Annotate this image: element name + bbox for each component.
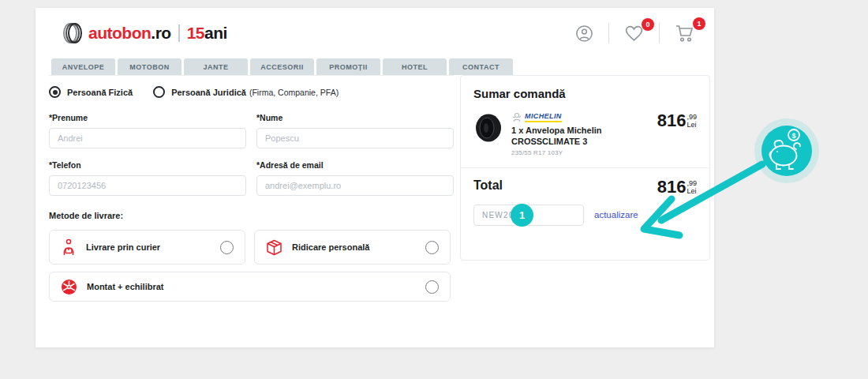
- svg-text:$: $: [791, 132, 795, 140]
- form-fields-grid: *Prenume *Nume *Telefon *Adresă de email: [49, 113, 454, 196]
- price-currency: Lei: [687, 187, 697, 195]
- field-label: *Adresă de email: [256, 160, 454, 170]
- header-divider: [659, 23, 660, 43]
- price-decimals: ,99: [687, 113, 697, 121]
- header-divider: [608, 23, 609, 43]
- main-nav: ANVELOPE MOTOBON JANTE ACCESORII PROMOȚI…: [51, 58, 714, 75]
- item-title-line2: CROSSCLIMATE 3: [511, 136, 657, 147]
- nume-input[interactable]: [256, 128, 454, 148]
- field-telefon: *Telefon: [49, 160, 246, 196]
- field-label: *Telefon: [49, 160, 246, 170]
- person-type-row: Persoană Fizică Persoană Juridică (Firma…: [49, 86, 454, 98]
- radio-label: Persoană Juridică: [171, 88, 246, 97]
- delivery-radio[interactable]: [425, 241, 439, 254]
- delivery-option-label: Ridicare personală: [292, 242, 369, 252]
- radio-hint: (Firma, Companie, PFA): [249, 88, 339, 97]
- brand-name-michelin: MICHELIN: [525, 112, 562, 122]
- field-label: *Prenume: [49, 113, 246, 122]
- radio-circle[interactable]: [153, 86, 165, 98]
- coupon-update-link[interactable]: actualizare: [594, 210, 638, 220]
- tab-anvelope[interactable]: ANVELOPE: [51, 58, 115, 75]
- delivery-methods-label: Metode de livrare:: [49, 211, 454, 220]
- radio-circle-selected[interactable]: [49, 86, 61, 98]
- courier-icon: [61, 238, 77, 256]
- radio-persoana-fizica[interactable]: Persoană Fizică: [49, 86, 133, 98]
- tire-thumbnail: [473, 112, 503, 144]
- tab-hotel[interactable]: HOTEL: [383, 58, 447, 75]
- price-fraction: ,99 Lei: [687, 113, 697, 129]
- piggy-bank-icon: $: [754, 118, 819, 183]
- delivery-option-curier[interactable]: Livrare prin curier: [49, 230, 245, 265]
- price-currency: Lei: [687, 121, 697, 129]
- wheel-icon: [61, 279, 77, 295]
- telefon-input[interactable]: [49, 175, 246, 196]
- cart-item-info: MICHELIN 1 x Anvelopa Michelin CROSSCLIM…: [511, 112, 657, 156]
- summary-title: Sumar comandă: [473, 87, 697, 100]
- delivery-option-label: Livrare prin curier: [86, 242, 160, 252]
- summary-divider: [461, 167, 709, 168]
- delivery-radio[interactable]: [220, 241, 234, 254]
- delivery-option-montat[interactable]: Montat + echilibrat: [49, 272, 451, 302]
- delivery-option-ridicare[interactable]: Ridicare personală: [254, 230, 451, 265]
- brand-anniversary: 15ani: [187, 24, 227, 43]
- brand-logo[interactable]: autobon.ro 15ani: [62, 21, 227, 46]
- total-row: Total 816 ,99 Lei: [473, 178, 697, 196]
- cart-item-row: MICHELIN 1 x Anvelopa Michelin CROSSCLIM…: [473, 112, 697, 156]
- heart-icon: [624, 24, 644, 43]
- site-header: autobon.ro 15ani 0: [36, 8, 714, 58]
- field-label: *Nume: [256, 113, 454, 122]
- radio-persoana-juridica[interactable]: Persoană Juridică (Firma, Companie, PFA): [153, 86, 339, 98]
- cart-button[interactable]: 1: [672, 22, 698, 44]
- package-icon: [266, 239, 282, 256]
- radio-label: Persoană Fizică: [67, 88, 133, 97]
- wishlist-count-badge: 0: [642, 18, 654, 31]
- wishlist-button[interactable]: 0: [621, 23, 647, 44]
- tab-contact[interactable]: CONTACT: [449, 58, 513, 75]
- tab-accesorii[interactable]: ACCESORII: [250, 58, 314, 75]
- total-price: 816 ,99 Lei: [657, 178, 697, 196]
- field-nume: *Nume: [256, 113, 454, 148]
- customer-form: Persoană Fizică Persoană Juridică (Firma…: [49, 75, 454, 302]
- brand-row: MICHELIN: [511, 112, 657, 122]
- brand-name: autobon.ro: [88, 24, 171, 43]
- field-prenume: *Prenume: [49, 113, 246, 148]
- tire-logo-icon: [62, 21, 85, 46]
- field-email: *Adresă de email: [256, 160, 454, 196]
- total-label: Total: [473, 178, 503, 193]
- annotation-step-badge: 1: [511, 204, 533, 227]
- delivery-cards-row: Livrare prin curier Ridicare personală: [49, 230, 454, 265]
- item-title-line1: 1 x Anvelopa Michelin: [511, 125, 657, 136]
- michelin-man-icon: [511, 112, 522, 122]
- cart-count-badge: 1: [693, 17, 705, 30]
- tab-promotii[interactable]: PROMOȚII: [316, 58, 380, 75]
- tab-jante[interactable]: JANTE: [184, 58, 248, 75]
- cart-icon: [675, 24, 695, 43]
- order-summary-panel: Sumar comandă MICHELIN: [460, 75, 710, 261]
- delivery-radio[interactable]: [425, 280, 439, 294]
- prenume-input[interactable]: [49, 128, 246, 148]
- logo-divider: [178, 24, 180, 42]
- main-card: autobon.ro 15ani 0: [36, 8, 714, 347]
- delivery-option-label: Montat + echilibrat: [87, 282, 164, 291]
- tab-motobon[interactable]: MOTOBON: [118, 58, 181, 75]
- account-button[interactable]: [572, 23, 597, 44]
- email-input[interactable]: [256, 175, 454, 196]
- price-fraction: ,99 Lei: [687, 179, 697, 196]
- checkout-content: Persoană Fizică Persoană Juridică (Firma…: [36, 75, 714, 302]
- item-spec: 235/55 R17 103Y: [511, 149, 657, 156]
- user-icon: [575, 24, 593, 43]
- header-icons: 0 1: [572, 22, 698, 44]
- item-price: 816 ,99 Lei: [657, 112, 697, 156]
- coupon-row: 1 actualizare: [473, 205, 697, 226]
- price-integer: 816: [657, 178, 687, 196]
- page-background: autobon.ro 15ani 0: [0, 0, 868, 379]
- price-decimals: ,99: [687, 179, 697, 187]
- price-integer: 816: [657, 112, 687, 129]
